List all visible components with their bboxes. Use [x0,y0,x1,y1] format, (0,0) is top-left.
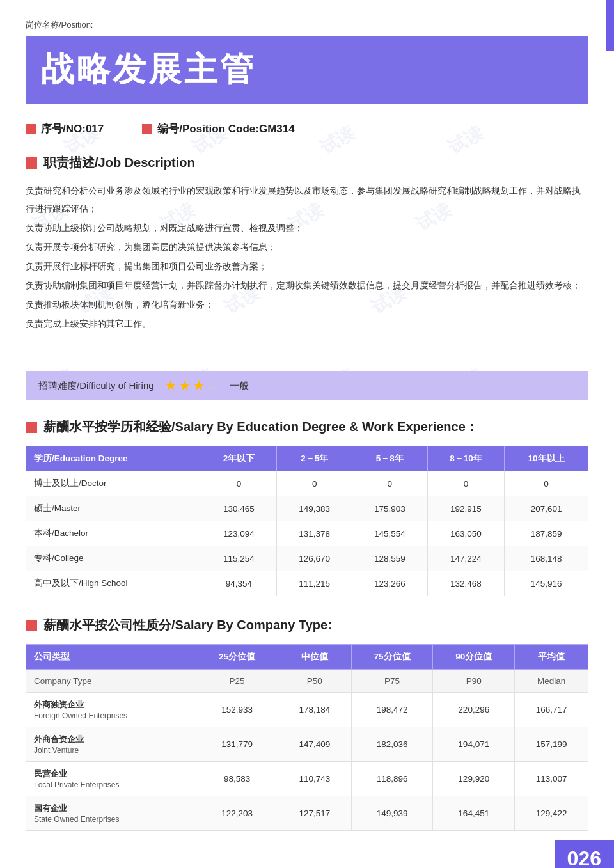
salary-cell: 0 [427,471,504,496]
subheader-cell: P90 [433,670,515,693]
star-4: ☆ [207,377,219,394]
table-row: 硕士/Master130,465149,383175,903192,915207… [26,496,588,521]
position-label: 岗位名称/Position: [26,19,588,31]
difficulty-stars: ★ ★ ★ ☆ [164,377,219,394]
col-degree: 学历/Education Degree [26,446,201,471]
col-8-10: 8－10年 [427,446,504,471]
job-desc-line: 负责协助编制集团和项目年度经营计划，并跟踪督办计划执行，定期收集关键绩效数据信息… [26,276,588,294]
salary-cell: 178,184 [278,693,351,727]
no-label: 序号/NO:017 [41,122,104,136]
salary-cell: 122,203 [196,796,278,831]
company-cn: 国有企业 [34,803,188,814]
code-label: 编号/Position Code:GM314 [157,122,294,136]
salary-cell: 123,266 [352,571,428,596]
company-en: State Owned Enterprises [34,815,188,824]
salary-cell: 147,409 [278,727,351,762]
code-icon [142,124,152,134]
salary-edu-table: 学历/Education Degree 2年以下 2－5年 5－8年 8－10年… [26,446,588,596]
salary-edu-title: 薪酬水平按学历和经验/Salary By Education Degree & … [43,418,478,436]
job-desc-line: 负责开展专项分析研究，为集团高层的决策提供决策参考信息； [26,238,588,256]
salary-cell: 145,916 [505,571,588,596]
table-subheader-row: Company TypeP25P50P75P90Median [26,670,588,693]
salary-edu-icon [26,422,37,433]
company-type-cell: 国有企业State Owned Enterprises [26,796,196,831]
no-item: 序号/NO:017 [26,122,104,136]
title-block: 战略发展主管 [26,36,588,104]
job-desc-title: 职责描述/Job Description [43,154,195,171]
job-desc-line: 负责完成上级安排的其它工作。 [26,315,588,333]
job-desc-line: 负责推动板块体制机制创新，孵化培育新业务； [26,296,588,313]
subheader-cell: P75 [351,670,433,693]
salary-cell: 94,354 [201,571,277,596]
salary-cell: 0 [277,471,352,496]
subheader-cell: P50 [278,670,351,693]
salary-cell: 127,517 [278,796,351,831]
salary-cell: 168,148 [505,546,588,571]
table-row: 高中及以下/High School94,354111,215123,266132… [26,571,588,596]
salary-cell: 110,743 [278,762,351,796]
salary-cell: 152,933 [196,693,278,727]
salary-cell: 198,472 [351,693,433,727]
table-row: 博士及以上/Doctor00000 [26,471,588,496]
company-type-cell: 外商独资企业Foreign Owned Enterprises [26,693,196,727]
job-desc-line: 负责协助上级拟订公司战略规划，对既定战略进行宣贯、检视及调整； [26,219,588,237]
subheader-cell: Median [515,670,588,693]
salary-company-icon [26,620,37,631]
salary-cell: 0 [201,471,277,496]
salary-company-header: 薪酬水平按公司性质分/Salary By Company Type: [26,617,588,634]
salary-company-header-row: 公司类型 25分位值 中位值 75分位值 90分位值 平均值 [26,645,588,670]
salary-cell: 123,094 [201,521,277,546]
salary-cell: 149,383 [277,496,352,521]
salary-cell: 166,717 [515,693,588,727]
degree-cell: 硕士/Master [26,496,201,521]
col-5-8: 5－8年 [352,446,428,471]
salary-company-table: 公司类型 25分位值 中位值 75分位值 90分位值 平均值 Company T… [26,644,588,831]
company-type-cell: 外商合资企业Joint Venture [26,727,196,762]
salary-cell: 207,601 [505,496,588,521]
no-icon [26,124,36,134]
salary-cell: 131,779 [196,727,278,762]
table-row: 专科/College115,254126,670128,559147,22416… [26,546,588,571]
code-item: 编号/Position Code:GM314 [142,122,294,136]
subheader-cell: Company Type [26,670,196,693]
salary-company-section: 薪酬水平按公司性质分/Salary By Company Type: 公司类型 … [26,617,588,831]
col-lt2: 2年以下 [201,446,277,471]
company-en: Local Private Enterprises [34,780,188,789]
col-company-type: 公司类型 [26,645,196,670]
salary-cell: 129,920 [433,762,515,796]
table-row: 国有企业State Owned Enterprises122,203127,51… [26,796,588,831]
info-row: 序号/NO:017 编号/Position Code:GM314 [26,122,588,136]
job-description: 负责研究和分析公司业务涉及领域的行业的宏观政策和行业发展趋势以及市场动态，参与集… [26,182,588,333]
salary-cell: 145,554 [352,521,428,546]
salary-cell: 187,859 [505,521,588,546]
star-1: ★ [164,377,177,394]
salary-cell: 118,896 [351,762,433,796]
job-desc-line: 负责开展行业标杆研究，提出集团和项目公司业务改善方案； [26,257,588,275]
salary-cell: 175,903 [352,496,428,521]
col-p90: 90分位值 [433,645,515,670]
salary-cell: 192,915 [427,496,504,521]
company-cn: 民营企业 [34,768,188,780]
salary-cell: 163,050 [427,521,504,546]
degree-cell: 本科/Bachelor [26,521,201,546]
star-3: ★ [193,377,205,394]
company-cn: 外商独资企业 [34,699,188,711]
table-row: 外商独资企业Foreign Owned Enterprises152,93317… [26,693,588,727]
salary-cell: 115,254 [201,546,277,571]
salary-cell: 182,036 [351,727,433,762]
degree-cell: 博士及以上/Doctor [26,471,201,496]
salary-cell: 132,468 [427,571,504,596]
page-content: 岗位名称/Position: 战略发展主管 序号/NO:017 编号/Posit… [0,0,614,868]
salary-cell: 0 [505,471,588,496]
salary-cell: 130,465 [201,496,277,521]
salary-cell: 0 [352,471,428,496]
col-median: 中位值 [278,645,351,670]
col-gt10: 10年以上 [505,446,588,471]
salary-cell: 129,422 [515,796,588,831]
degree-cell: 专科/College [26,546,201,571]
difficulty-label: 招聘难度/Difficulty of Hiring [38,380,154,392]
company-cn: 外商合资企业 [34,734,188,745]
salary-edu-section: 薪酬水平按学历和经验/Salary By Education Degree & … [26,418,588,596]
job-desc-line: 负责研究和分析公司业务涉及领域的行业的宏观政策和行业发展趋势以及市场动态，参与集… [26,182,588,217]
subheader-cell: P25 [196,670,278,693]
